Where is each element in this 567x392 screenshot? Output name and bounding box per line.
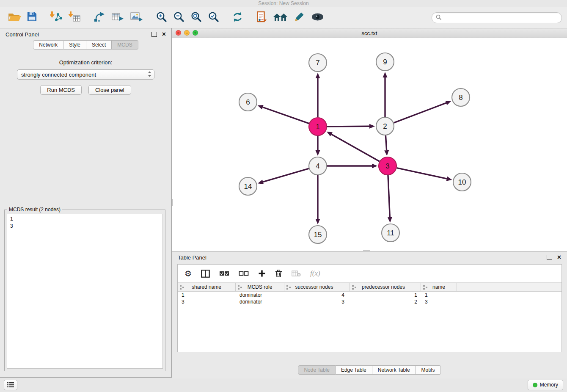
graph-edge-3-1[interactable]: [331, 134, 380, 161]
delete-table-button[interactable]: [292, 270, 301, 277]
table-cell[interactable]: 1: [178, 292, 236, 298]
tab-network[interactable]: Network: [33, 40, 63, 50]
export-image-icon: [130, 11, 143, 24]
mcds-buttons-row: Run MCDS Close panel: [0, 85, 171, 95]
graph-node-label: 9: [383, 58, 387, 66]
zoom-selected-button[interactable]: [205, 9, 222, 26]
sort-icon: [238, 285, 242, 291]
task-history-button[interactable]: [4, 380, 17, 390]
node-table: shared nameMCDS rolesuccessor nodesprede…: [178, 282, 561, 352]
table-cell[interactable]: 3: [421, 299, 457, 305]
graph-edge-2-3[interactable]: [385, 135, 386, 150]
table-row[interactable]: 1dominator411: [178, 292, 561, 298]
mcds-result-item[interactable]: 1: [10, 215, 160, 223]
table-cell[interactable]: 4: [284, 292, 350, 298]
table-cell[interactable]: 1: [421, 292, 457, 298]
chevron-up-down-icon: [147, 71, 152, 79]
columns-icon: [201, 270, 210, 278]
network-canvas-svg[interactable]: 7968124314101511: [172, 38, 567, 251]
table-cell[interactable]: 1: [350, 292, 421, 298]
import-network-icon: [50, 11, 63, 24]
main-area: Control Panel × NetworkStyleSelectMCDS O…: [0, 28, 567, 377]
table-cell[interactable]: 2: [350, 299, 421, 305]
zoom-fit-button[interactable]: [187, 9, 205, 26]
table-cell[interactable]: dominator: [236, 299, 284, 305]
table-cell[interactable]: 3: [178, 299, 236, 305]
function-builder-button[interactable]: f(x): [310, 269, 320, 278]
graph-edge-arrowhead: [446, 177, 452, 181]
save-session-button[interactable]: [24, 9, 40, 26]
refresh-button[interactable]: [229, 9, 246, 26]
graph-edge-3-11[interactable]: [388, 175, 390, 217]
window-minimize-icon[interactable]: −: [184, 30, 190, 36]
control-panel-header: Control Panel ×: [0, 28, 171, 40]
graph-edge-4-14[interactable]: [263, 168, 309, 182]
graph-edge-1-6[interactable]: [263, 107, 309, 123]
open-session-button[interactable]: [5, 9, 24, 26]
graph-edge-2-8[interactable]: [394, 103, 446, 123]
save-floppy-icon: [27, 11, 37, 24]
criterion-dropdown[interactable]: strongly connected component: [17, 69, 154, 80]
tab-edge-table[interactable]: Edge Table: [336, 365, 372, 375]
network-view-titlebar[interactable]: × − + scc.txt: [172, 28, 567, 38]
zoom-out-button[interactable]: [170, 9, 187, 26]
unselect-all-columns-button[interactable]: [239, 271, 249, 276]
tab-style[interactable]: Style: [63, 40, 86, 50]
export-table-button[interactable]: [108, 9, 127, 26]
select-all-columns-button[interactable]: [219, 271, 229, 276]
close-icon[interactable]: ×: [162, 32, 166, 37]
graph-node-label: 8: [459, 94, 462, 102]
column-header-successor-nodes[interactable]: successor nodes: [284, 283, 350, 291]
tab-motifs[interactable]: Motifs: [416, 365, 441, 375]
mcds-result-item[interactable]: 3: [10, 223, 160, 230]
column-header-name[interactable]: name: [421, 283, 457, 291]
export-image-button[interactable]: [127, 9, 146, 26]
graph-node-label: 1: [316, 123, 319, 131]
memory-button[interactable]: Memory: [528, 380, 563, 390]
graph-edge-arrowhead: [316, 219, 320, 224]
graph-node-label: 6: [246, 98, 250, 106]
show-columns-button[interactable]: [201, 270, 210, 278]
graph-edge-arrowhead: [258, 105, 264, 109]
graph-edge-3-10[interactable]: [397, 168, 447, 179]
table-cell[interactable]: 3: [284, 299, 350, 305]
column-header-shared-name[interactable]: shared name: [178, 283, 236, 291]
network-canvas[interactable]: 7968124314101511: [172, 38, 567, 251]
plus-icon: [258, 270, 266, 277]
vertical-scrollbar-fragment[interactable]: [172, 199, 173, 206]
eye-button[interactable]: [308, 9, 327, 26]
graph-edge-1-2[interactable]: [327, 126, 369, 127]
delete-column-button[interactable]: [275, 269, 282, 278]
export-network-button[interactable]: [91, 9, 108, 26]
import-network-button[interactable]: [47, 9, 66, 26]
graph-edge-arrowhead: [445, 101, 451, 105]
home-button[interactable]: [270, 9, 291, 26]
paint-button[interactable]: [291, 9, 308, 26]
tab-network-table[interactable]: Network Table: [372, 365, 416, 375]
search-field[interactable]: [432, 12, 562, 23]
table-row[interactable]: 3dominator323: [178, 298, 561, 305]
create-column-button[interactable]: [258, 270, 266, 277]
search-input[interactable]: [444, 14, 558, 21]
graph-edge-arrowhead: [383, 72, 388, 77]
float-window-icon[interactable]: [547, 255, 552, 260]
window-zoom-icon[interactable]: +: [193, 30, 198, 36]
float-window-icon[interactable]: [151, 32, 157, 37]
mcds-result-list[interactable]: 13: [7, 214, 163, 369]
zoom-in-button[interactable]: [153, 9, 170, 26]
tab-mcds[interactable]: MCDS: [112, 40, 138, 50]
export-document-button[interactable]: [253, 9, 270, 26]
close-icon[interactable]: ×: [557, 255, 561, 260]
right-side: × − + scc.txt 7968124314101511 Table Pan…: [172, 28, 567, 377]
table-settings-button[interactable]: ⚙: [184, 270, 192, 278]
zoom-out-icon: [173, 11, 184, 24]
close-panel-button[interactable]: Close panel: [88, 85, 131, 95]
tab-select[interactable]: Select: [86, 40, 112, 50]
column-header-predecessor-nodes[interactable]: predecessor nodes: [350, 283, 421, 291]
column-header-mcds-role[interactable]: MCDS role: [236, 283, 284, 291]
tab-node-table[interactable]: Node Table: [298, 365, 336, 375]
import-table-button[interactable]: [66, 9, 84, 26]
table-cell[interactable]: dominator: [236, 292, 284, 298]
window-close-icon[interactable]: ×: [176, 30, 181, 36]
run-mcds-button[interactable]: Run MCDS: [40, 85, 82, 95]
